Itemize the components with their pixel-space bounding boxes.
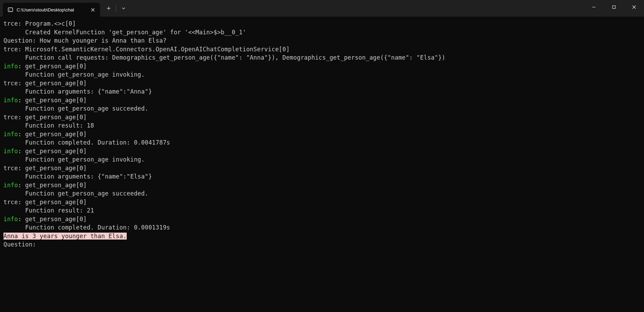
titlebar: >_ C:\Users\stoub\Desktop\chat xyxy=(0,0,644,17)
log-body: Created KernelFunction 'get_person_age' … xyxy=(3,29,246,36)
terminal-line: trce: get_person_age[0] xyxy=(3,164,641,173)
log-head: : get_person_age[0] xyxy=(18,216,87,223)
maximize-button[interactable] xyxy=(604,0,624,14)
log-body: Function result: 18 xyxy=(3,122,94,129)
log-body: Function result: 21 xyxy=(3,207,94,214)
log-level-info: info xyxy=(3,216,18,223)
terminal-output[interactable]: trce: Program.<>c[0] Created KernelFunct… xyxy=(0,17,644,312)
log-body: Function get_person_age invoking. xyxy=(3,71,145,78)
log-body: Function arguments: {"name":"Anna"} xyxy=(3,88,152,95)
terminal-line: Question: xyxy=(3,240,641,249)
log-head: : get_person_age[0] xyxy=(18,199,87,206)
log-head: : get_person_age[0] xyxy=(18,182,87,189)
terminal-line: Function call requests: Demographics_get… xyxy=(3,53,641,62)
terminal-line: info: get_person_age[0] xyxy=(3,130,641,139)
tab-divider xyxy=(116,5,116,12)
terminal-line: Created KernelFunction 'get_person_age' … xyxy=(3,28,641,37)
log-head: : get_person_age[0] xyxy=(18,165,87,172)
terminal-line: Function get_person_age succeeded. xyxy=(3,104,641,113)
log-body: Function get_person_age succeeded. xyxy=(3,190,148,197)
log-body: Question: xyxy=(3,241,36,248)
log-level-trce: trce xyxy=(3,199,18,206)
terminal-line: Function completed. Duration: 0.0001319s xyxy=(3,223,641,232)
terminal-line: info: get_person_age[0] xyxy=(3,181,641,190)
log-level-trce: trce xyxy=(3,114,18,121)
log-body: Function get_person_age invoking. xyxy=(3,156,145,163)
log-body: Function completed. Duration: 0.0001319s xyxy=(3,224,170,231)
svg-rect-2 xyxy=(612,6,615,8)
log-level-trce: trce xyxy=(3,46,18,53)
terminal-line: trce: get_person_age[0] xyxy=(3,79,641,88)
log-level-info: info xyxy=(3,148,18,155)
active-tab[interactable]: >_ C:\Users\stoub\Desktop\chat xyxy=(3,3,100,17)
log-level-info: info xyxy=(3,182,18,189)
terminal-line: Function get_person_age invoking. xyxy=(3,70,641,79)
terminal-line: trce: Program.<>c[0] xyxy=(3,19,641,28)
log-head: : get_person_age[0] xyxy=(18,63,87,70)
close-button[interactable] xyxy=(624,0,644,14)
log-head: : get_person_age[0] xyxy=(18,97,87,104)
terminal-line: info: get_person_age[0] xyxy=(3,96,641,105)
terminal-line: Function get_person_age invoking. xyxy=(3,155,641,164)
tab-dropdown-button[interactable] xyxy=(118,2,129,14)
terminal-line: Function result: 18 xyxy=(3,121,641,130)
new-tab-button[interactable] xyxy=(103,2,115,14)
svg-text:>_: >_ xyxy=(9,9,12,11)
terminal-line: trce: get_person_age[0] xyxy=(3,198,641,207)
log-head: : Microsoft.SemanticKernel.Connectors.Op… xyxy=(18,46,290,53)
log-head: : get_person_age[0] xyxy=(18,131,87,138)
tab-actions xyxy=(100,0,129,17)
log-head: : get_person_age[0] xyxy=(18,80,87,87)
log-level-info: info xyxy=(3,131,18,138)
log-level-info: info xyxy=(3,63,18,70)
log-body: Function get_person_age succeeded. xyxy=(3,105,148,112)
terminal-line: trce: get_person_age[0] xyxy=(3,113,641,122)
terminal-line: Function arguments: {"name":"Anna"} xyxy=(3,87,641,96)
terminal-line: trce: Microsoft.SemanticKernel.Connector… xyxy=(3,45,641,54)
log-level-trce: trce xyxy=(3,165,18,172)
log-head: : get_person_age[0] xyxy=(18,148,87,155)
log-body: Question: How much younger is Anna than … xyxy=(3,37,167,44)
log-body: Function completed. Duration: 0.0041787s xyxy=(3,139,170,146)
terminal-line: Function completed. Duration: 0.0041787s xyxy=(3,138,641,147)
terminal-line: info: get_person_age[0] xyxy=(3,147,641,156)
log-level-trce: trce xyxy=(3,20,18,27)
terminal-line: Function arguments: {"name":"Elsa"} xyxy=(3,172,641,181)
log-body: Function arguments: {"name":"Elsa"} xyxy=(3,173,152,180)
log-head: : get_person_age[0] xyxy=(18,114,87,121)
terminal-icon: >_ xyxy=(8,7,13,12)
terminal-line: Function get_person_age succeeded. xyxy=(3,189,641,198)
terminal-line: Question: How much younger is Anna than … xyxy=(3,36,641,45)
window-controls xyxy=(584,0,644,17)
highlighted-answer: Anna is 3 years younger than Elsa. xyxy=(3,233,127,240)
tab-title: C:\Users\stoub\Desktop\chat xyxy=(17,7,86,12)
minimize-button[interactable] xyxy=(584,0,604,14)
log-body: Function call requests: Demographics_get… xyxy=(3,54,445,61)
terminal-line: Function result: 21 xyxy=(3,206,641,215)
log-level-trce: trce xyxy=(3,80,18,87)
terminal-line: Anna is 3 years younger than Elsa. xyxy=(3,232,641,241)
log-head: : Program.<>c[0] xyxy=(18,20,76,27)
log-level-info: info xyxy=(3,97,18,104)
tab-close-button[interactable] xyxy=(90,7,96,13)
terminal-line: info: get_person_age[0] xyxy=(3,215,641,224)
terminal-line: info: get_person_age[0] xyxy=(3,62,641,71)
